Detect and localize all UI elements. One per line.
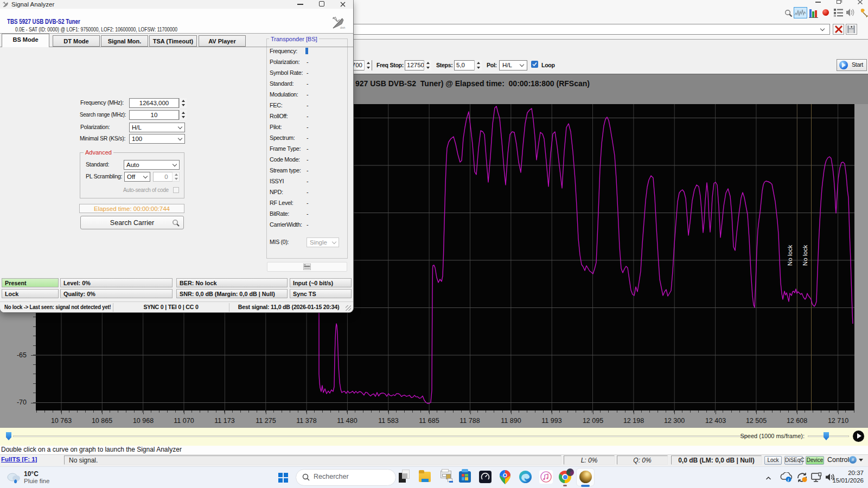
svg-text:dish: dish — [340, 26, 345, 29]
